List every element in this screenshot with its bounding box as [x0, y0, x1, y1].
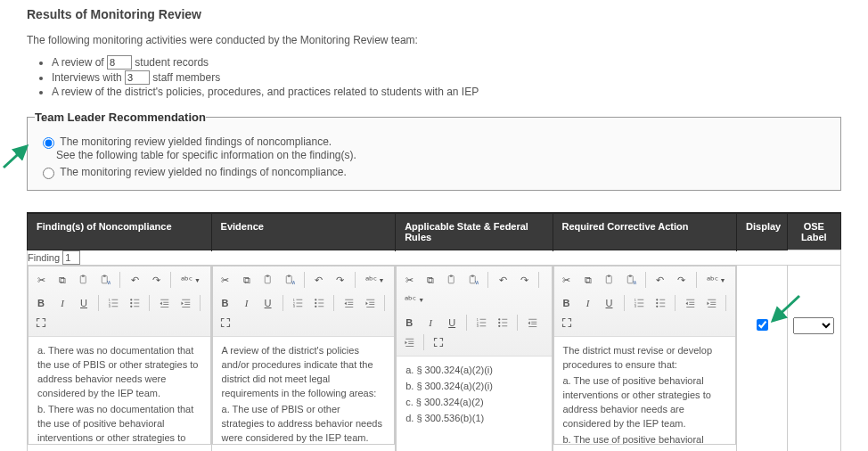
activity-interviews: Interviews with 3 staff members	[52, 70, 841, 85]
staff-post: staff members	[150, 71, 220, 84]
finding-number-field[interactable]: 1	[62, 250, 80, 265]
undo-icon[interactable]: ↶	[651, 271, 670, 289]
undo-icon[interactable]: ↶	[125, 271, 144, 289]
indent-icon[interactable]	[176, 294, 195, 312]
rte-toolbar: ✂⧉W↶↷ᵃᵇᶜ▼BIU123	[397, 266, 551, 357]
bold-button[interactable]: B	[216, 294, 235, 312]
ose-label-select[interactable]	[793, 317, 834, 334]
paste-icon[interactable]	[600, 271, 619, 289]
display-checkbox[interactable]	[757, 319, 768, 331]
spellcheck-icon[interactable]: ᵃᵇᶜ▼	[360, 271, 390, 289]
col-evidence: Evidence	[211, 214, 396, 250]
copy-icon[interactable]: ⧉	[421, 271, 440, 289]
underline-button[interactable]: U	[258, 294, 278, 312]
cut-icon[interactable]: ✂	[399, 271, 419, 289]
col-ose: OSE Label	[787, 214, 841, 250]
cut-icon[interactable]: ✂	[31, 271, 51, 289]
rte-content[interactable]: A review of the district's policies and/…	[213, 337, 395, 444]
cut-icon[interactable]: ✂	[557, 271, 577, 289]
fullscreen-icon[interactable]	[31, 314, 51, 332]
indent-icon[interactable]	[399, 333, 419, 351]
numlist-icon[interactable]: 123	[471, 314, 491, 332]
paste-word-icon[interactable]: W	[463, 271, 483, 289]
undo-icon[interactable]: ↶	[309, 271, 329, 289]
svg-rect-3	[102, 276, 107, 283]
rte-content[interactable]: The district must revise or develop proc…	[554, 337, 736, 444]
svg-rect-53	[470, 276, 475, 283]
fullscreen-icon[interactable]	[429, 333, 448, 351]
svg-point-87	[656, 299, 658, 300]
svg-point-64	[498, 325, 500, 327]
rte-evidence: ✂⧉W↶↷ᵃᵇᶜ▼BIU123A review of the district'…	[212, 266, 396, 445]
spellcheck-icon[interactable]: ᵃᵇᶜ▼	[701, 271, 732, 289]
radio-findings[interactable]	[43, 137, 54, 149]
rte-content[interactable]: a. There was no documentation that the u…	[29, 337, 210, 444]
spellcheck-icon[interactable]: ᵃᵇᶜ▼	[176, 271, 206, 289]
spellcheck-icon[interactable]: ᵃᵇᶜ▼	[399, 291, 430, 308]
recommendation-legend: Team Leader Recommendation	[35, 111, 206, 124]
redo-icon[interactable]: ↷	[514, 271, 534, 289]
copy-icon[interactable]: ⧉	[53, 271, 72, 289]
svg-rect-4	[103, 275, 106, 276]
redo-icon[interactable]: ↷	[146, 271, 166, 289]
bullist-icon[interactable]	[651, 294, 670, 312]
svg-point-62	[498, 318, 500, 320]
svg-rect-54	[471, 275, 474, 276]
staff-count-field[interactable]: 3	[125, 70, 150, 85]
numlist-icon[interactable]: 123	[288, 294, 307, 312]
finding-number-row: Finding 1	[28, 250, 841, 266]
svg-point-37	[315, 299, 316, 300]
italic-button[interactable]: I	[421, 314, 440, 332]
paste-word-icon[interactable]: W	[621, 271, 641, 289]
radio-no-findings[interactable]	[43, 168, 54, 179]
fullscreen-icon[interactable]	[216, 314, 235, 332]
svg-rect-2	[82, 275, 85, 276]
outdent-icon[interactable]	[522, 314, 542, 332]
outdent-icon[interactable]	[154, 294, 174, 312]
rte-content[interactable]: a. § 300.324(a)(2)(i)b. § 300.324(a)(2)(…	[397, 357, 551, 451]
undo-icon[interactable]: ↶	[493, 271, 512, 289]
fullscreen-icon[interactable]	[557, 314, 577, 332]
numlist-icon[interactable]: 123	[103, 294, 123, 312]
redo-icon[interactable]: ↷	[672, 271, 692, 289]
paste-icon[interactable]	[442, 271, 462, 289]
copy-icon[interactable]: ⧉	[578, 271, 598, 289]
italic-button[interactable]: I	[53, 294, 72, 312]
paste-icon[interactable]	[74, 271, 94, 289]
records-count-field[interactable]: 8	[107, 55, 132, 70]
rte-toolbar: ✂⧉W↶↷ᵃᵇᶜ▼BIU123	[29, 266, 210, 337]
italic-button[interactable]: I	[237, 294, 257, 312]
bold-button[interactable]: B	[31, 294, 51, 312]
svg-point-88	[656, 302, 658, 304]
underline-button[interactable]: U	[74, 294, 94, 312]
italic-button[interactable]: I	[578, 294, 598, 312]
cut-icon[interactable]: ✂	[216, 271, 235, 289]
svg-text:3: 3	[292, 305, 294, 308]
numlist-icon[interactable]: 123	[629, 294, 649, 312]
copy-icon[interactable]: ⧉	[237, 271, 257, 289]
indent-icon[interactable]	[360, 294, 380, 312]
svg-rect-79	[628, 275, 631, 276]
outdent-icon[interactable]	[680, 294, 700, 312]
bold-button[interactable]: B	[399, 314, 419, 332]
bullist-icon[interactable]	[125, 294, 144, 312]
indent-icon[interactable]	[701, 294, 721, 312]
bold-button[interactable]: B	[557, 294, 577, 312]
bullist-icon[interactable]	[309, 294, 329, 312]
underline-button[interactable]: U	[600, 294, 619, 312]
underline-button[interactable]: U	[442, 314, 462, 332]
svg-text:W: W	[475, 280, 479, 285]
svg-rect-1	[80, 276, 86, 283]
svg-rect-76	[606, 276, 611, 283]
outdent-icon[interactable]	[339, 294, 358, 312]
paste-word-icon[interactable]: W	[280, 271, 299, 289]
col-action: Required Corrective Action	[553, 214, 737, 250]
bullist-icon[interactable]	[493, 314, 512, 332]
editor-row: ✂⧉W↶↷ᵃᵇᶜ▼BIU123a. There was no documenta…	[28, 266, 841, 452]
paste-word-icon[interactable]: W	[95, 271, 115, 289]
paste-icon[interactable]	[258, 271, 278, 289]
svg-rect-29	[287, 275, 290, 276]
svg-text:W: W	[107, 280, 111, 285]
radio-findings-label: The monitoring review yielded findings o…	[60, 135, 332, 148]
redo-icon[interactable]: ↷	[331, 271, 350, 289]
